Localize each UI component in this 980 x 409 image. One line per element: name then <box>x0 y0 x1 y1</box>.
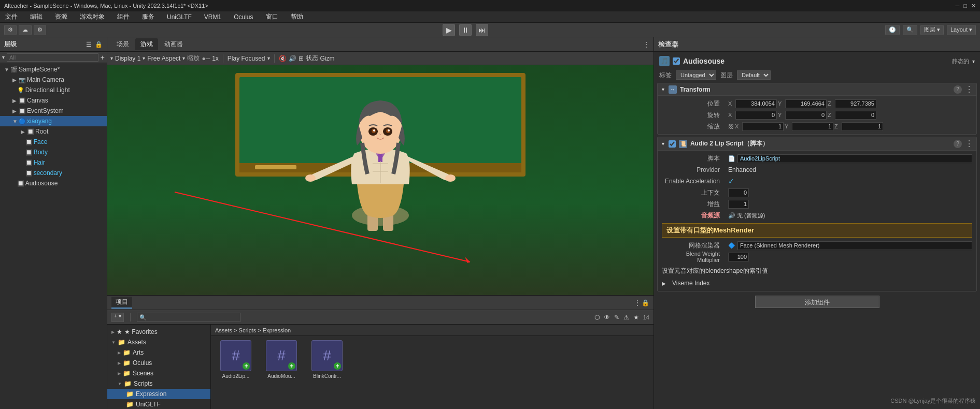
menu-unigltf[interactable]: UniGLTF <box>164 12 195 22</box>
menu-services[interactable]: 服务 <box>139 11 158 22</box>
folder-arts[interactable]: ▶ 📁 Arts <box>107 347 210 358</box>
scale-x-input[interactable] <box>742 122 784 131</box>
play-focused-label[interactable]: Play Focused <box>228 55 265 62</box>
folder-favorites[interactable]: ▶ ★ ★ Favorites <box>107 327 210 337</box>
close-btn[interactable]: ✕ <box>971 3 976 9</box>
hierarchy-lock[interactable]: 🔒 <box>95 41 103 48</box>
mute-icon[interactable]: 🔇 <box>279 55 287 62</box>
component-enable-checkbox[interactable] <box>673 57 680 65</box>
gizmo-label[interactable]: Gizm <box>320 55 335 62</box>
grid-icon[interactable]: ⊞ <box>299 55 304 62</box>
menu-window[interactable]: 窗口 <box>263 11 281 22</box>
tree-samplescene[interactable]: ▼ 🎬 SampleScene* <box>0 64 107 75</box>
tree-directionallight[interactable]: 💡 Directional Light <box>0 85 107 95</box>
tab-project[interactable]: 项目 <box>111 297 132 309</box>
display-dropdown-arrow[interactable]: ▾ <box>110 55 113 61</box>
gain-input[interactable] <box>728 200 749 209</box>
script-enable-checkbox[interactable] <box>669 140 676 148</box>
rot-z-input[interactable] <box>835 111 876 120</box>
folder-scenes[interactable]: ▶ 📁 Scenes <box>107 368 210 378</box>
view-menu[interactable]: ⋮ <box>643 41 649 48</box>
rot-y-input[interactable] <box>785 111 827 120</box>
hierarchy-add[interactable]: + <box>101 53 105 62</box>
tree-eventsystem[interactable]: ▶ 🔲 EventSystem <box>0 106 107 116</box>
tree-root[interactable]: ▶ 🔲 Root <box>0 126 107 137</box>
layer-select[interactable]: 图层 ▾ <box>920 25 944 35</box>
blend-weight-input[interactable] <box>728 253 749 261</box>
hierarchy-dropdown[interactable]: ▾ <box>2 54 5 60</box>
context-input[interactable] <box>728 188 749 197</box>
mesh-renderer-ref[interactable]: Face (Skinned Mesh Renderer) <box>737 241 972 250</box>
history-btn[interactable]: 🕐 <box>885 25 900 35</box>
hierarchy-search-input[interactable] <box>7 53 98 62</box>
eye-icon[interactable]: 👁 <box>604 314 610 321</box>
menu-file[interactable]: 文件 <box>2 11 21 22</box>
toolbar-tool1[interactable]: ⚙ <box>4 25 17 35</box>
menu-gameobject[interactable]: 游戏对象 <box>77 11 108 22</box>
tree-body[interactable]: 🔲 Body <box>0 147 107 157</box>
tree-face[interactable]: 🔲 Face <box>0 137 107 147</box>
menu-assets[interactable]: 资源 <box>52 11 70 22</box>
folder-oculus[interactable]: ▶ 📁 Oculus <box>107 358 210 368</box>
pos-y-input[interactable] <box>785 99 827 108</box>
audio-script-header[interactable]: ▼ 📜 Audio 2 Lip Script（脚本） ? ⋮ <box>658 137 976 151</box>
project-menu-btn[interactable]: ⋮ <box>634 299 641 306</box>
project-search-input[interactable] <box>137 313 240 322</box>
toolbar-settings[interactable]: ⚙ <box>34 25 46 35</box>
tree-canvas[interactable]: ▶ 🔲 Canvas <box>0 95 107 106</box>
file-blinkcontr[interactable]: # + BlinkContr... <box>306 340 348 405</box>
hierarchy-menu[interactable]: ☰ <box>86 41 92 48</box>
menu-oculus[interactable]: Oculus <box>231 12 256 22</box>
script-help[interactable]: ? <box>954 140 962 148</box>
file-audio2lip[interactable]: # + Audio2Lip... <box>215 340 257 405</box>
tab-scene[interactable]: 场景 <box>111 38 134 50</box>
tree-secondary[interactable]: 🔲 secondary <box>0 168 107 178</box>
pos-x-input[interactable] <box>735 99 777 108</box>
static-dropdown[interactable]: ▾ <box>972 59 975 64</box>
display-label[interactable]: Display 1 <box>115 55 140 62</box>
folder-expression[interactable]: 📁 Expression <box>107 389 210 399</box>
aspect-label[interactable]: Free Aspect <box>147 55 180 62</box>
folder-unigltf[interactable]: 📁 UniGLTF <box>107 399 210 409</box>
scale-y-input[interactable] <box>792 122 833 131</box>
tag-select[interactable]: Untagged <box>676 70 716 80</box>
tree-audiosouse[interactable]: 🔲 Audiosouse <box>0 178 107 188</box>
transform-header[interactable]: ▼ ↔ Transform ? ⋮ <box>658 83 976 96</box>
project-add-btn[interactable]: + ▾ <box>111 313 124 322</box>
brush-icon[interactable]: ✎ <box>614 314 619 321</box>
star-icon[interactable]: ★ <box>633 314 639 321</box>
pause-button[interactable]: ⏸ <box>459 24 472 36</box>
folder-scripts[interactable]: ▼ 📁 Scripts <box>107 378 210 389</box>
menu-help[interactable]: 帮助 <box>288 11 306 22</box>
step-button[interactable]: ⏭ <box>476 24 488 36</box>
add-component-button[interactable]: 添加组件 <box>755 296 879 308</box>
fav-icon[interactable]: ⬡ <box>594 314 600 321</box>
transform-menu[interactable]: ⋮ <box>965 84 973 94</box>
zoom-slider[interactable]: ●─ <box>202 55 210 62</box>
rot-x-input[interactable] <box>735 111 777 120</box>
transform-help[interactable]: ? <box>954 85 962 94</box>
project-lock-btn[interactable]: 🔒 <box>642 299 649 306</box>
play-button[interactable]: ▶ <box>443 24 455 36</box>
audio-icon[interactable]: 🔊 <box>289 55 296 62</box>
layer-select[interactable]: Default <box>737 70 771 80</box>
aspect-dropdown[interactable]: ▾ <box>182 55 185 61</box>
menu-edit[interactable]: 编辑 <box>27 11 46 22</box>
menu-vrm1[interactable]: VRM1 <box>201 12 224 22</box>
search-btn[interactable]: 🔍 <box>903 25 917 35</box>
menu-component[interactable]: 组件 <box>114 11 133 22</box>
minimize-btn[interactable]: ─ <box>956 3 960 9</box>
viseme-arrow[interactable]: ▶ <box>662 281 666 286</box>
tab-game[interactable]: 游戏 <box>135 38 158 50</box>
scale-z-input[interactable] <box>842 122 883 131</box>
tree-maincamera[interactable]: ▶ 📷 Main Camera <box>0 75 107 85</box>
tab-animator[interactable]: 动画器 <box>159 38 188 50</box>
file-audiomou[interactable]: # + AudioMou... <box>261 340 302 405</box>
maximize-btn[interactable]: □ <box>963 3 967 9</box>
tree-hair[interactable]: 🔲 Hair <box>0 157 107 168</box>
script-menu[interactable]: ⋮ <box>965 139 973 149</box>
tree-xiaoyang[interactable]: ▼ 🔵 xiaoyang <box>0 116 107 126</box>
folder-assets[interactable]: ▼ 📁 Assets <box>107 337 210 347</box>
play-focused-dropdown[interactable]: ▾ <box>267 55 270 61</box>
status-label[interactable]: 状态 <box>306 54 318 63</box>
